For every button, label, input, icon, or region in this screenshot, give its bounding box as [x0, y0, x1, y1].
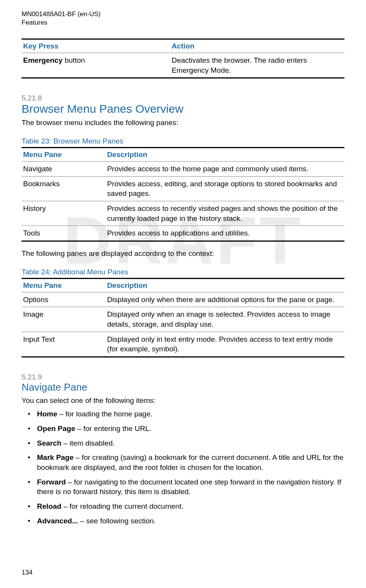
cell-desc: Provides access to recently visited page… [106, 201, 344, 226]
list-item: Advanced... – see following section. [30, 516, 344, 531]
cell-desc: Displayed only in text entry mode. Provi… [106, 332, 344, 357]
th-menu-pane: Menu Pane [22, 148, 106, 162]
cell-key-press: Emergency button [22, 53, 170, 78]
item-rest: – see following section. [78, 517, 156, 525]
table-row: Emergency button Deactivates the browser… [22, 53, 344, 78]
table-row: Input Text Displayed only in text entry … [22, 332, 344, 357]
between-tables-text: The following panes are displayed accord… [22, 249, 344, 259]
cell-pane: Input Text [22, 332, 106, 357]
list-item: Forward – for navigating to the document… [30, 477, 344, 501]
cell-desc: Provides access to the home page and com… [106, 162, 344, 177]
item-label: Open Page [37, 424, 75, 433]
table-row: Bookmarks Provides access, editing, and … [22, 176, 344, 201]
table-row: Options Displayed only when there are ad… [22, 292, 344, 307]
list-item: Reload – for reloading the current docum… [30, 501, 344, 516]
table-row: History Provides access to recently visi… [22, 201, 344, 226]
cell-pane: Tools [22, 226, 106, 241]
cell-pane: Navigate [22, 162, 106, 177]
item-label: Home [37, 410, 57, 418]
item-label: Reload [37, 502, 61, 510]
cell-pane: Options [22, 292, 106, 307]
th-menu-pane: Menu Pane [22, 278, 106, 292]
table-keypress: Key Press Action Emergency button Deacti… [22, 38, 344, 79]
item-rest: – for entering the URL. [75, 424, 151, 433]
table-row: Image Displayed only when an image is se… [22, 307, 344, 332]
table24: Menu Pane Description Options Displayed … [22, 278, 344, 357]
nav-items-list: Home – for loading the home page. Open P… [22, 409, 344, 530]
section-title-browser-menu-panes-overview: Browser Menu Panes Overview [22, 102, 344, 115]
section-intro-5-21-8: The browser menu includes the following … [22, 118, 344, 128]
cell-desc: Provides access to applications and util… [106, 226, 344, 241]
page-number: 134 [22, 569, 32, 576]
table23: Menu Pane Description Navigate Provides … [22, 147, 344, 242]
th-action: Action [170, 39, 344, 53]
cell-pane: Image [22, 307, 106, 332]
item-label: Search [37, 439, 61, 447]
list-item: Home – for loading the home page. [30, 409, 344, 424]
item-label: Advanced... [37, 517, 78, 525]
emergency-label-bold: Emergency [23, 56, 62, 64]
section-number-5-21-8: 5.21.8 [22, 94, 344, 102]
table-row: Navigate Provides access to the home pag… [22, 162, 344, 177]
header-doc-id: MN001488A01-BF (en-US) [22, 10, 344, 18]
item-label: Mark Page [37, 453, 74, 461]
cell-desc: Provides access, editing, and storage op… [106, 176, 344, 201]
section-title-navigate-pane: Navigate Pane [22, 381, 344, 393]
item-rest: – for reloading the current document. [61, 502, 183, 510]
item-label: Forward [37, 478, 66, 486]
list-item: Search – item disabled. [30, 438, 344, 453]
table23-caption: Table 23: Browser Menu Panes [22, 137, 344, 145]
item-rest: – item disabled. [61, 439, 114, 447]
cell-desc: Displayed only when there are additional… [106, 292, 344, 307]
cell-pane: Bookmarks [22, 176, 106, 201]
cell-desc: Displayed only when an image is selected… [106, 307, 344, 332]
th-description: Description [106, 278, 344, 292]
list-item: Mark Page – for creating (saving) a book… [30, 453, 344, 477]
table-row: Tools Provides access to applications an… [22, 226, 344, 241]
header-section-label: Features [22, 18, 344, 27]
table24-caption: Table 24: Additional Menu Panes [22, 268, 344, 276]
emergency-label-rest: button [62, 56, 85, 64]
item-rest: – for loading the home page. [57, 410, 153, 418]
item-rest: – for navigating to the document located… [37, 478, 341, 496]
section-intro-5-21-9: You can select one of the following item… [22, 396, 344, 406]
th-key-press: Key Press [22, 39, 170, 53]
section-number-5-21-9: 5.21.9 [22, 373, 344, 381]
cell-pane: History [22, 201, 106, 226]
list-item: Open Page – for entering the URL. [30, 424, 344, 438]
cell-action: Deactivates the browser. The radio enter… [170, 53, 344, 78]
th-description: Description [106, 148, 344, 162]
item-rest: – for creating (saving) a bookmark for t… [37, 453, 344, 471]
